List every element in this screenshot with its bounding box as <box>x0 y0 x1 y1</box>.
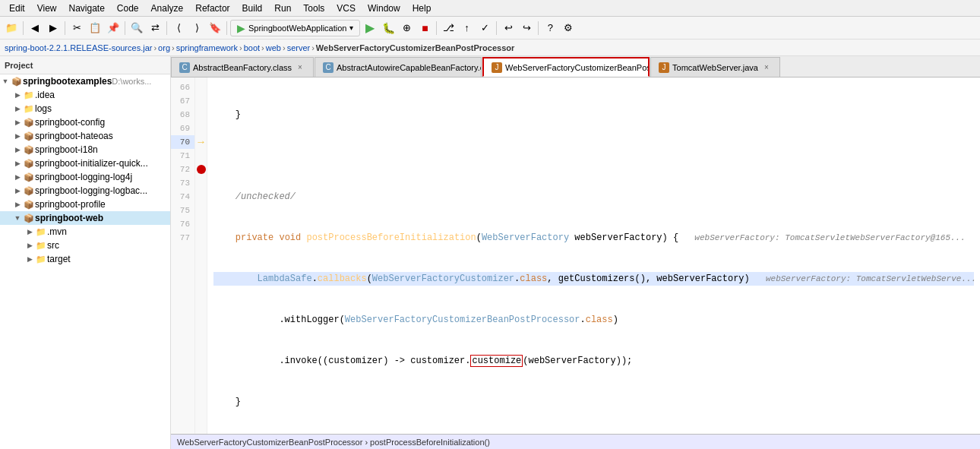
folder-icon-idea: 📁 <box>23 89 35 101</box>
sidebar-item-logs[interactable]: ▶ 📁 logs <box>0 102 170 115</box>
tree-arrow-config: ▶ <box>12 117 23 128</box>
toolbar-back-btn[interactable]: ◀ <box>27 20 43 36</box>
toolbar-redo-btn[interactable]: ↪ <box>518 20 535 36</box>
sidebar-item-springbootexamples[interactable]: ▼ 📦 springbootexamples D:\works... <box>0 74 170 88</box>
tab-icon-3: J <box>659 62 669 73</box>
folder-icon-logs: 📁 <box>23 103 35 115</box>
sidebar-item-path: D:\works... <box>112 77 151 86</box>
sidebar-header: Project <box>0 56 170 74</box>
menu-refactor[interactable]: Refactor <box>189 2 236 15</box>
module-icon-profile: 📦 <box>23 198 35 210</box>
menu-build[interactable]: Build <box>236 2 269 15</box>
toolbar-undo-btn[interactable]: ↩ <box>500 20 517 36</box>
sidebar-item-springboot-logging-log4j[interactable]: ▶ 📦 springboot-logging-log4j <box>0 170 170 184</box>
sidebar-item-springboot-web[interactable]: ▼ 📦 springboot-web <box>0 211 170 225</box>
tab-close-0[interactable]: × <box>295 62 305 73</box>
sidebar-item-idea[interactable]: ▶ 📁 .idea <box>0 88 170 102</box>
stop-btn[interactable]: ■ <box>416 20 433 36</box>
tree-arrow-profile: ▶ <box>12 199 23 210</box>
sidebar-item-springboot-initializer[interactable]: ▶ 📦 springboot-initializer-quick... <box>0 157 170 170</box>
sidebar-item-mvn[interactable]: ▶ 📁 .mvn <box>0 225 170 239</box>
menu-vcs[interactable]: VCS <box>330 2 362 15</box>
toolbar-commit-btn[interactable]: ✓ <box>476 20 493 36</box>
menu-navigate[interactable]: Navigate <box>62 2 110 15</box>
menu-tools[interactable]: Tools <box>297 2 330 15</box>
tab-abstract-autowire[interactable]: C AbstractAutowireCapableBeanFactory.cla… <box>315 57 482 77</box>
run-coverage-btn[interactable]: ⊕ <box>398 20 415 36</box>
toolbar-replace-btn[interactable]: ⇄ <box>147 20 163 36</box>
toolbar: 📁 ◀ ▶ ✂ 📋 📌 🔍 ⇄ ⟨ ⟩ 🔖 ▶ SpringbootWebApp… <box>0 17 980 40</box>
gutter: → <box>195 77 207 434</box>
menu-edit[interactable]: Edit <box>3 2 31 15</box>
sidebar-item-springboot-profile[interactable]: ▶ 📦 springboot-profile <box>0 198 170 211</box>
menu-run[interactable]: Run <box>268 2 297 15</box>
run-config-label: SpringbootWebApplication <box>248 24 346 33</box>
tab-icon-1: C <box>323 62 334 73</box>
breadcrumb-springframework[interactable]: springframework <box>176 43 238 52</box>
tab-label-0: AbstractBeanFactory.class <box>193 63 292 72</box>
main-layout: Project ▼ 📦 springbootexamples D:\works.… <box>0 56 980 449</box>
run-config-dropdown[interactable]: ▶ SpringbootWebApplication ▾ <box>230 20 360 36</box>
sidebar-item-springboot-logging-logbac[interactable]: ▶ 📦 springboot-logging-logbac... <box>0 184 170 198</box>
toolbar-sep-7 <box>496 21 497 35</box>
tab-abstract-bean-factory[interactable]: C AbstractBeanFactory.class × <box>171 57 314 77</box>
code-content[interactable]: } /unchecked/ private void postProcessBe… <box>207 77 980 434</box>
breadcrumb-class[interactable]: WebServerFactoryCustomizerBeanPostProces… <box>316 43 514 52</box>
breadcrumb-jar[interactable]: spring-boot-2.2.1.RELEASE-sources.jar <box>5 43 152 52</box>
sidebar-item-target[interactable]: ▶ 📁 target <box>0 252 170 266</box>
toolbar-help-btn[interactable]: ? <box>542 20 558 36</box>
sidebar-label-logs: logs <box>35 103 52 114</box>
folder-icon-mvn: 📁 <box>35 226 47 238</box>
toolbar-settings-btn[interactable]: ⚙ <box>560 20 577 36</box>
code-line-66: } <box>213 108 974 122</box>
tree-arrow-hateoas: ▶ <box>12 131 23 141</box>
tab-webserver-factory[interactable]: J WebServerFactoryCustomizerBeanPostProc… <box>482 57 650 77</box>
sidebar-item-src[interactable]: ▶ 📁 src <box>0 239 170 252</box>
breadcrumb-org[interactable]: org <box>158 43 170 52</box>
toolbar-update-btn[interactable]: ↑ <box>458 20 475 36</box>
sidebar-item-springboot-hateoas[interactable]: ▶ 📦 springboot-hateoas <box>0 129 170 143</box>
toolbar-sep-6 <box>436 21 437 35</box>
sidebar-label-config: springboot-config <box>35 117 105 128</box>
breadcrumb-server[interactable]: server <box>287 43 311 52</box>
menu-window[interactable]: Window <box>362 2 406 15</box>
toolbar-prev-btn[interactable]: ⟨ <box>170 20 187 36</box>
toolbar-bookmark-btn[interactable]: 🔖 <box>207 20 223 36</box>
toolbar-sep-4 <box>166 21 167 35</box>
sidebar-item-springboot-config[interactable]: ▶ 📦 springboot-config <box>0 115 170 129</box>
toolbar-project-btn[interactable]: 📁 <box>3 20 20 36</box>
toolbar-sep-5 <box>226 21 227 35</box>
sidebar-label-web: springboot-web <box>35 213 103 223</box>
tab-tomcat-webserver[interactable]: J TomcatWebServer.java × <box>650 57 780 77</box>
tree-arrow-logbac: ▶ <box>12 185 23 196</box>
toolbar-forward-btn[interactable]: ▶ <box>45 20 62 36</box>
toolbar-paste-btn[interactable]: 📌 <box>105 20 122 36</box>
code-line-68: /unchecked/ <box>213 190 974 204</box>
code-line-73: } <box>213 395 974 409</box>
debug-btn[interactable]: 🐛 <box>380 20 397 36</box>
sidebar-label-hateoas: springboot-hateoas <box>35 131 113 141</box>
menu-analyze[interactable]: Analyze <box>145 2 190 15</box>
tab-close-3[interactable]: × <box>761 62 772 73</box>
sidebar-item-springboot-i18n[interactable]: ▶ 📦 springboot-i18n <box>0 143 170 157</box>
breadcrumb: spring-boot-2.2.1.RELEASE-sources.jar › … <box>0 40 980 56</box>
toolbar-copy-btn[interactable]: 📋 <box>87 20 103 36</box>
sidebar-item-label: springbootexamples <box>23 76 112 87</box>
run-btn[interactable]: ▶ <box>362 20 378 36</box>
tree-arrow-log4j: ▶ <box>12 172 23 182</box>
breadcrumb-web[interactable]: web <box>266 43 281 52</box>
toolbar-cut-btn[interactable]: ✂ <box>68 20 85 36</box>
menu-view[interactable]: View <box>31 2 63 15</box>
toolbar-next-btn[interactable]: ⟩ <box>188 20 205 36</box>
toolbar-sep-8 <box>538 21 539 35</box>
sidebar-label-target: target <box>47 254 71 264</box>
toolbar-vcs-btn[interactable]: ⎇ <box>440 20 457 36</box>
toolbar-search-btn[interactable]: 🔍 <box>128 20 145 36</box>
module-icon-logbac: 📦 <box>23 185 35 197</box>
breadcrumb-boot[interactable]: boot <box>244 43 260 52</box>
module-icon-hateoas: 📦 <box>23 130 35 142</box>
menu-help[interactable]: Help <box>406 2 438 15</box>
code-editor: 66 67 68 69 70 71 72 73 74 75 76 77 <box>171 77 980 434</box>
sidebar-label-src: src <box>47 240 59 251</box>
menu-code[interactable]: Code <box>111 2 145 15</box>
